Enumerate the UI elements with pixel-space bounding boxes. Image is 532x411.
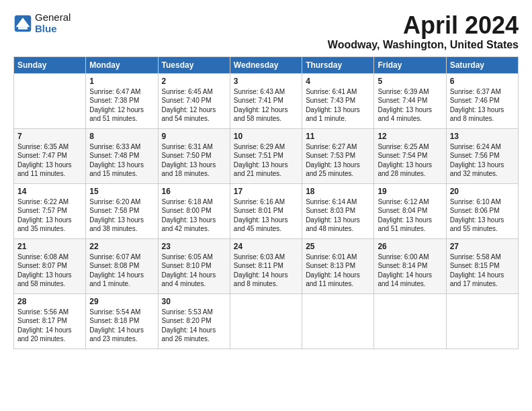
day-number: 27	[450, 242, 515, 251]
day-number: 1	[89, 77, 154, 86]
table-row: 12Sunrise: 6:25 AM Sunset: 7:54 PM Dayli…	[374, 128, 446, 183]
day-number: 2	[162, 77, 226, 86]
day-number: 4	[306, 77, 370, 86]
day-number: 11	[306, 132, 370, 141]
day-info: Sunrise: 6:16 AM Sunset: 8:01 PM Dayligh…	[234, 197, 298, 234]
day-number: 7	[17, 132, 82, 141]
day-info: Sunrise: 5:56 AM Sunset: 8:17 PM Dayligh…	[17, 308, 82, 344]
day-info: Sunrise: 6:00 AM Sunset: 8:14 PM Dayligh…	[378, 253, 442, 289]
day-number: 20	[450, 187, 515, 196]
table-row: 8Sunrise: 6:33 AM Sunset: 7:48 PM Daylig…	[86, 128, 158, 183]
table-row	[374, 293, 446, 349]
col-friday: Friday	[374, 56, 446, 73]
day-info: Sunrise: 6:33 AM Sunset: 7:48 PM Dayligh…	[89, 142, 154, 179]
day-info: Sunrise: 6:37 AM Sunset: 7:46 PM Dayligh…	[450, 87, 515, 124]
day-info: Sunrise: 6:24 AM Sunset: 7:56 PM Dayligh…	[450, 142, 515, 179]
table-row: 27Sunrise: 5:58 AM Sunset: 8:15 PM Dayli…	[446, 238, 518, 293]
table-row: 1Sunrise: 6:47 AM Sunset: 7:38 PM Daylig…	[86, 73, 158, 128]
day-number: 8	[89, 132, 154, 141]
day-info: Sunrise: 6:18 AM Sunset: 8:00 PM Dayligh…	[162, 197, 226, 234]
logo: General Blue	[13, 12, 71, 34]
day-info: Sunrise: 6:07 AM Sunset: 8:08 PM Dayligh…	[89, 253, 154, 289]
table-row: 18Sunrise: 6:14 AM Sunset: 8:03 PM Dayli…	[302, 183, 374, 238]
day-number: 17	[234, 187, 298, 196]
table-row: 6Sunrise: 6:37 AM Sunset: 7:46 PM Daylig…	[446, 73, 518, 128]
col-wednesday: Wednesday	[230, 56, 302, 73]
table-row: 22Sunrise: 6:07 AM Sunset: 8:08 PM Dayli…	[86, 238, 158, 293]
calendar-week-row: 28Sunrise: 5:56 AM Sunset: 8:17 PM Dayli…	[14, 293, 519, 349]
day-info: Sunrise: 6:29 AM Sunset: 7:51 PM Dayligh…	[234, 142, 298, 179]
table-row: 15Sunrise: 6:20 AM Sunset: 7:58 PM Dayli…	[86, 183, 158, 238]
day-number: 29	[89, 297, 154, 306]
table-row: 25Sunrise: 6:01 AM Sunset: 8:13 PM Dayli…	[302, 238, 374, 293]
day-info: Sunrise: 6:03 AM Sunset: 8:11 PM Dayligh…	[234, 253, 298, 289]
day-info: Sunrise: 6:45 AM Sunset: 7:40 PM Dayligh…	[162, 87, 226, 124]
day-number: 15	[89, 187, 154, 196]
location-text: Woodway, Washington, United States	[328, 39, 519, 51]
day-number: 3	[234, 77, 298, 86]
day-info: Sunrise: 6:47 AM Sunset: 7:38 PM Dayligh…	[89, 87, 154, 124]
day-number: 23	[162, 242, 226, 251]
day-info: Sunrise: 6:20 AM Sunset: 7:58 PM Dayligh…	[89, 197, 154, 234]
table-row: 29Sunrise: 5:54 AM Sunset: 8:18 PM Dayli…	[86, 293, 158, 349]
day-info: Sunrise: 6:22 AM Sunset: 7:57 PM Dayligh…	[17, 197, 82, 234]
col-thursday: Thursday	[302, 56, 374, 73]
calendar-week-row: 1Sunrise: 6:47 AM Sunset: 7:38 PM Daylig…	[14, 73, 519, 128]
table-row: 11Sunrise: 6:27 AM Sunset: 7:53 PM Dayli…	[302, 128, 374, 183]
table-row: 24Sunrise: 6:03 AM Sunset: 8:11 PM Dayli…	[230, 238, 302, 293]
day-number: 16	[162, 187, 226, 196]
title-section: April 2024 Woodway, Washington, United S…	[328, 12, 519, 51]
day-number: 6	[450, 77, 515, 86]
logo-general-text: General	[35, 12, 71, 24]
table-row: 10Sunrise: 6:29 AM Sunset: 7:51 PM Dayli…	[230, 128, 302, 183]
table-row	[446, 293, 518, 349]
day-number: 28	[17, 297, 82, 306]
day-number: 19	[378, 187, 442, 196]
day-number: 26	[378, 242, 442, 251]
day-info: Sunrise: 6:31 AM Sunset: 7:50 PM Dayligh…	[162, 142, 226, 179]
day-number: 21	[17, 242, 82, 251]
table-row: 21Sunrise: 6:08 AM Sunset: 8:07 PM Dayli…	[14, 238, 86, 293]
day-number: 5	[378, 77, 442, 86]
table-row: 20Sunrise: 6:10 AM Sunset: 8:06 PM Dayli…	[446, 183, 518, 238]
day-number: 25	[306, 242, 370, 251]
day-number: 24	[234, 242, 298, 251]
table-row: 19Sunrise: 6:12 AM Sunset: 8:04 PM Dayli…	[374, 183, 446, 238]
day-number: 9	[162, 132, 226, 141]
table-row: 28Sunrise: 5:56 AM Sunset: 8:17 PM Dayli…	[14, 293, 86, 349]
day-number: 13	[450, 132, 515, 141]
day-number: 10	[234, 132, 298, 141]
day-number: 30	[162, 297, 226, 306]
page-container: General Blue April 2024 Woodway, Washing…	[0, 0, 532, 356]
day-info: Sunrise: 6:43 AM Sunset: 7:41 PM Dayligh…	[234, 87, 298, 124]
table-row: 16Sunrise: 6:18 AM Sunset: 8:00 PM Dayli…	[158, 183, 230, 238]
day-info: Sunrise: 6:41 AM Sunset: 7:43 PM Dayligh…	[306, 87, 370, 124]
day-info: Sunrise: 6:27 AM Sunset: 7:53 PM Dayligh…	[306, 142, 370, 179]
day-info: Sunrise: 6:25 AM Sunset: 7:54 PM Dayligh…	[378, 142, 442, 179]
calendar-week-row: 21Sunrise: 6:08 AM Sunset: 8:07 PM Dayli…	[14, 238, 519, 293]
table-row: 17Sunrise: 6:16 AM Sunset: 8:01 PM Dayli…	[230, 183, 302, 238]
day-number: 14	[17, 187, 82, 196]
table-row: 23Sunrise: 6:05 AM Sunset: 8:10 PM Dayli…	[158, 238, 230, 293]
calendar-table: Sunday Monday Tuesday Wednesday Thursday…	[13, 56, 519, 349]
logo-blue-text: Blue	[35, 24, 71, 35]
day-info: Sunrise: 6:39 AM Sunset: 7:44 PM Dayligh…	[378, 87, 442, 124]
table-row: 5Sunrise: 6:39 AM Sunset: 7:44 PM Daylig…	[374, 73, 446, 128]
day-info: Sunrise: 6:05 AM Sunset: 8:10 PM Dayligh…	[162, 253, 226, 289]
table-row	[230, 293, 302, 349]
table-row: 4Sunrise: 6:41 AM Sunset: 7:43 PM Daylig…	[302, 73, 374, 128]
table-row: 30Sunrise: 5:53 AM Sunset: 8:20 PM Dayli…	[158, 293, 230, 349]
col-monday: Monday	[86, 56, 158, 73]
col-tuesday: Tuesday	[158, 56, 230, 73]
day-info: Sunrise: 5:53 AM Sunset: 8:20 PM Dayligh…	[162, 308, 226, 344]
table-row	[302, 293, 374, 349]
table-row: 26Sunrise: 6:00 AM Sunset: 8:14 PM Dayli…	[374, 238, 446, 293]
table-row: 7Sunrise: 6:35 AM Sunset: 7:47 PM Daylig…	[14, 128, 86, 183]
calendar-week-row: 7Sunrise: 6:35 AM Sunset: 7:47 PM Daylig…	[14, 128, 519, 183]
day-info: Sunrise: 6:35 AM Sunset: 7:47 PM Dayligh…	[17, 142, 82, 179]
month-title: April 2024	[328, 12, 519, 39]
day-info: Sunrise: 6:14 AM Sunset: 8:03 PM Dayligh…	[306, 197, 370, 234]
logo-icon	[13, 14, 32, 33]
day-info: Sunrise: 6:12 AM Sunset: 8:04 PM Dayligh…	[378, 197, 442, 234]
table-row: 3Sunrise: 6:43 AM Sunset: 7:41 PM Daylig…	[230, 73, 302, 128]
